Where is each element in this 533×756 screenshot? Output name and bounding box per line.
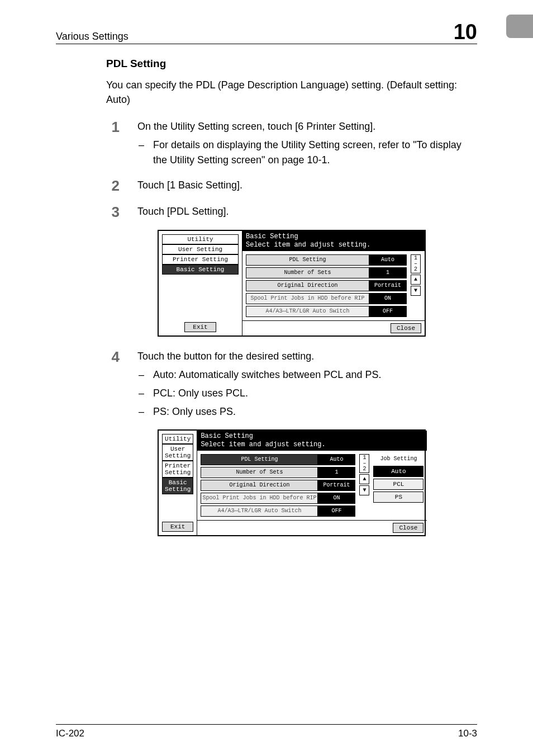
dash-icon: – xyxy=(137,138,145,168)
row-number-of-sets[interactable]: Number of Sets1 xyxy=(246,267,407,278)
section-title: Various Settings xyxy=(56,31,129,42)
step-number: 2 xyxy=(106,178,120,194)
row-value: 1 xyxy=(369,268,406,278)
exit-button[interactable]: Exit xyxy=(162,522,193,532)
step-1: 1 On the Utility Setting screen, touch [… xyxy=(106,119,477,168)
page-heading: PDL Setting xyxy=(106,58,477,70)
row-number-of-sets[interactable]: Number of Sets1 xyxy=(201,467,355,478)
step-4: 4 Touch the button for the desired setti… xyxy=(106,349,477,419)
row-spool-print-jobs[interactable]: Spool Print Jobs in HDD before RIPON xyxy=(201,493,355,504)
breadcrumb-basic-setting[interactable]: Basic Setting xyxy=(162,264,239,275)
row-value: OFF xyxy=(369,306,406,316)
row-label: Number of Sets xyxy=(246,268,369,278)
option-pcl[interactable]: PCL xyxy=(373,479,423,490)
intro-paragraph: You can specify the PDL (Page Descriptio… xyxy=(106,78,477,107)
row-pdl-setting[interactable]: PDL SettingAuto xyxy=(246,254,407,266)
step-2: 2 Touch [1 Basic Setting]. xyxy=(106,178,477,194)
breadcrumb-utility[interactable]: Utility xyxy=(162,434,193,444)
thumb-tab xyxy=(506,15,533,38)
row-value: 1 xyxy=(318,467,355,478)
row-value: Auto xyxy=(369,255,406,265)
close-button[interactable]: Close xyxy=(393,523,423,533)
row-value: ON xyxy=(369,294,406,304)
step-number: 1 xyxy=(106,119,120,168)
step-text: Touch the button for the desired setting… xyxy=(137,349,477,364)
row-value: Portrait xyxy=(369,281,406,291)
breadcrumb-printer-setting[interactable]: Printer Setting xyxy=(162,254,239,264)
panel-title: Basic Setting xyxy=(201,432,423,441)
page-indicator: 1–2 xyxy=(411,254,421,273)
row-label: Original Direction xyxy=(201,480,318,490)
dash-icon: – xyxy=(137,404,145,419)
step-subtext: Auto: Automatically switches between PCL… xyxy=(153,367,477,382)
row-value: ON xyxy=(318,493,355,503)
scroll-up-button[interactable]: ▲ xyxy=(411,275,421,285)
option-ps[interactable]: PS xyxy=(373,492,423,503)
option-auto[interactable]: Auto xyxy=(373,466,423,477)
row-label: Number of Sets xyxy=(201,467,318,478)
breadcrumb-utility[interactable]: Utility xyxy=(162,234,239,244)
row-original-direction[interactable]: Original DirectionPortrait xyxy=(246,280,407,291)
row-label: Original Direction xyxy=(246,281,369,291)
row-auto-switch[interactable]: A4/A3↔LTR/LGR Auto SwitchOFF xyxy=(246,306,407,317)
device-panel-2: Utility User Setting Printer Setting Bas… xyxy=(158,429,426,536)
step-text: Touch [PDL Setting]. xyxy=(137,204,477,220)
footer-model: IC-202 xyxy=(56,728,84,739)
footer-page-number: 10-3 xyxy=(458,728,477,739)
step-text: Touch [1 Basic Setting]. xyxy=(137,178,477,194)
step-subtext: For details on displaying the Utility Se… xyxy=(153,138,477,168)
scroll-down-button[interactable]: ▼ xyxy=(359,485,369,495)
panel-subtitle: Select item and adjust setting. xyxy=(246,241,421,249)
exit-button[interactable]: Exit xyxy=(184,322,216,332)
page-indicator: 1–2 xyxy=(359,454,369,473)
row-value: OFF xyxy=(318,506,355,516)
chapter-number: 10 xyxy=(454,21,477,42)
step-number: 3 xyxy=(106,204,120,220)
row-label: A4/A3↔LTR/LGR Auto Switch xyxy=(246,306,369,316)
step-number: 4 xyxy=(106,349,120,419)
row-label: Spool Print Jobs in HDD before RIP xyxy=(201,493,318,503)
row-label: PDL Setting xyxy=(201,455,318,465)
breadcrumb-basic-setting[interactable]: Basic Setting xyxy=(162,478,193,494)
breadcrumb-user-setting[interactable]: User Setting xyxy=(162,244,239,254)
step-subtext: PCL: Only uses PCL. xyxy=(153,386,477,401)
row-label: A4/A3↔LTR/LGR Auto Switch xyxy=(201,506,318,516)
row-value: Auto xyxy=(318,455,355,465)
dash-icon: – xyxy=(137,367,145,382)
row-pdl-setting[interactable]: PDL SettingAuto xyxy=(201,454,355,465)
panel-subtitle: Select item and adjust setting. xyxy=(201,441,423,449)
row-label: PDL Setting xyxy=(246,255,369,265)
row-label: Spool Print Jobs in HDD before RIP xyxy=(246,294,369,304)
row-spool-print-jobs[interactable]: Spool Print Jobs in HDD before RIPON xyxy=(246,293,407,304)
step-text: On the Utility Setting screen, touch [6 … xyxy=(137,119,477,134)
scroll-down-button[interactable]: ▼ xyxy=(411,286,421,296)
row-auto-switch[interactable]: A4/A3↔LTR/LGR Auto SwitchOFF xyxy=(201,505,355,517)
scroll-up-button[interactable]: ▲ xyxy=(359,474,369,484)
step-subtext: PS: Only uses PS. xyxy=(153,404,477,419)
breadcrumb-printer-setting[interactable]: Printer Setting xyxy=(162,461,193,478)
device-panel-1: Utility User Setting Printer Setting Bas… xyxy=(158,230,426,337)
row-original-direction[interactable]: Original DirectionPortrait xyxy=(201,480,355,491)
options-title: Job Setting xyxy=(373,454,423,464)
breadcrumb-user-setting[interactable]: User Setting xyxy=(162,444,193,461)
row-value: Portrait xyxy=(318,480,355,490)
dash-icon: – xyxy=(137,386,145,401)
step-3: 3 Touch [PDL Setting]. xyxy=(106,204,477,220)
panel-title: Basic Setting xyxy=(246,233,421,241)
close-button[interactable]: Close xyxy=(391,323,421,333)
